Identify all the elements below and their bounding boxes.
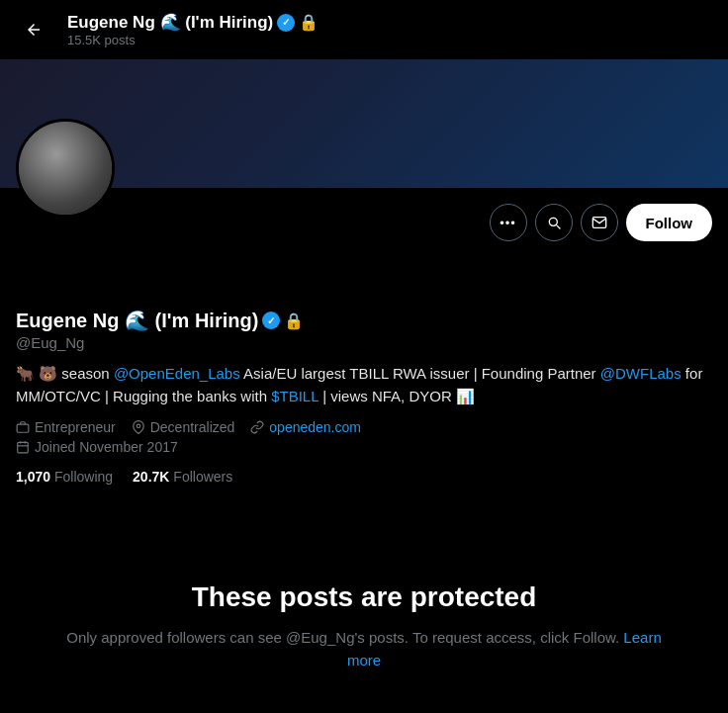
- header-verified-icon: ✓: [277, 14, 295, 32]
- joined-text: Joined November 2017: [35, 439, 178, 455]
- mention-dwflabs[interactable]: @DWFLabs: [600, 365, 682, 382]
- username: @Eug_Ng: [16, 334, 712, 351]
- followers-count-item[interactable]: 20.7K Followers: [133, 469, 232, 485]
- meta-website: openeden.com: [250, 419, 361, 435]
- meta-location: Decentralized: [132, 419, 235, 435]
- followers-count: 20.7K: [133, 469, 169, 485]
- meta-row-2: Joined November 2017: [16, 439, 712, 455]
- link-icon: [250, 420, 264, 434]
- follow-button[interactable]: Follow: [626, 204, 713, 241]
- cashtag-tbill[interactable]: $TBILL: [271, 388, 318, 404]
- meta-joined: Joined November 2017: [16, 439, 178, 455]
- meta-row-1: Entrepreneur Decentralized openeden.com: [16, 419, 712, 435]
- profession-text: Entrepreneur: [35, 419, 116, 435]
- header-display-name: Eugene Ng 🌊 (I'm Hiring) ✓ 🔒: [67, 12, 318, 33]
- avatar: [16, 119, 115, 218]
- calendar-icon: [16, 440, 30, 454]
- bio: 🐂 🐻 season @OpenEden_Labs Asia/EU larges…: [16, 363, 712, 407]
- header-post-count: 15.5K posts: [67, 33, 318, 47]
- profile-banner: [0, 59, 728, 188]
- svg-point-1: [136, 424, 140, 428]
- avatar-image: [19, 122, 112, 215]
- mention-openeden[interactable]: @OpenEden_Labs: [114, 365, 240, 382]
- following-count: 1,070: [16, 469, 50, 485]
- following-count-item[interactable]: 1,070 Following: [16, 469, 113, 485]
- following-label: Following: [54, 469, 113, 485]
- more-options-button[interactable]: •••: [490, 204, 527, 241]
- lock-icon: 🔒: [284, 312, 304, 330]
- more-icon: •••: [500, 216, 516, 230]
- followers-label: Followers: [173, 469, 232, 485]
- header-name-text: Eugene Ng 🌊 (I'm Hiring): [67, 12, 273, 33]
- protected-title: These posts are protected: [192, 579, 537, 615]
- website-link[interactable]: openeden.com: [269, 419, 361, 435]
- name-text: Eugene Ng 🌊 (I'm Hiring): [16, 309, 258, 332]
- briefcase-icon: [16, 420, 30, 434]
- location-icon: [132, 420, 145, 434]
- search-icon: [546, 215, 562, 230]
- protected-section: These posts are protected Only approved …: [0, 579, 728, 671]
- display-name: Eugene Ng 🌊 (I'm Hiring) ✓ 🔒: [16, 309, 712, 332]
- profile-content: Eugene Ng 🌊 (I'm Hiring) ✓ 🔒 @Eug_Ng 🐂 🐻…: [0, 253, 728, 500]
- header-lock-icon: 🔒: [299, 13, 318, 32]
- message-button[interactable]: [581, 204, 618, 241]
- verified-badge: ✓: [262, 312, 280, 329]
- protected-desc-text: Only approved followers can see @Eug_Ng'…: [66, 629, 623, 646]
- meta-profession: Entrepreneur: [16, 419, 116, 435]
- protected-description: Only approved followers can see @Eug_Ng'…: [59, 627, 669, 671]
- message-icon: [592, 215, 607, 230]
- location-text: Decentralized: [150, 419, 235, 435]
- header-info: Eugene Ng 🌊 (I'm Hiring) ✓ 🔒 15.5K posts: [67, 12, 318, 47]
- back-button[interactable]: [16, 12, 51, 47]
- svg-rect-0: [17, 424, 29, 432]
- profile-meta: Entrepreneur Decentralized openeden.com: [16, 419, 712, 455]
- svg-rect-2: [18, 442, 29, 453]
- header: Eugene Ng 🌊 (I'm Hiring) ✓ 🔒 15.5K posts: [0, 0, 728, 59]
- follow-counts: 1,070 Following 20.7K Followers: [16, 469, 712, 485]
- avatar-wrapper: [16, 119, 115, 218]
- search-button[interactable]: [535, 204, 573, 241]
